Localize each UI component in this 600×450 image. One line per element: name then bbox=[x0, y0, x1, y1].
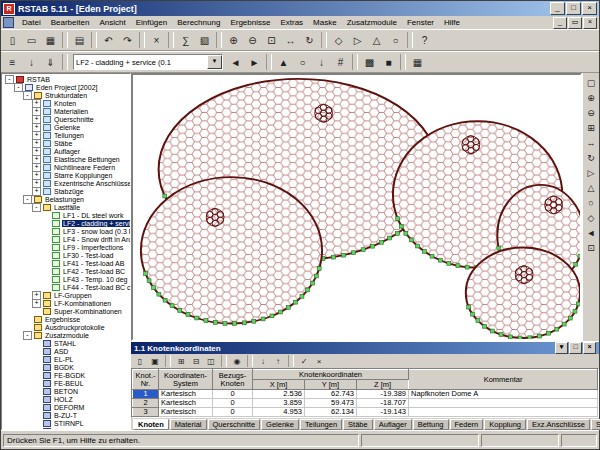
tree-expander-icon[interactable]: - bbox=[5, 75, 14, 84]
save-icon[interactable]: ▦ bbox=[41, 31, 60, 49]
navigator-item[interactable]: LF30 - Test-load bbox=[2, 251, 130, 259]
graphics-canvas[interactable] bbox=[131, 73, 582, 341]
y-coordinate-cell[interactable]: 62.743 bbox=[305, 390, 357, 399]
tree-expander-icon[interactable]: - bbox=[14, 83, 23, 92]
navigator-item[interactable]: + Auflager bbox=[2, 147, 130, 155]
navigator-item[interactable]: ASD bbox=[2, 347, 130, 355]
reference-node-cell[interactable]: 0 bbox=[213, 390, 253, 399]
navigator-item[interactable]: + Gelenke bbox=[2, 123, 130, 131]
x-coordinate-cell[interactable]: 2.536 bbox=[253, 390, 305, 399]
reference-node-cell[interactable]: 0 bbox=[213, 408, 253, 417]
rotate-icon[interactable]: ↻ bbox=[300, 31, 319, 49]
z-coordinate-cell[interactable]: -19.389 bbox=[357, 390, 409, 399]
view-x-icon[interactable]: ▷ bbox=[348, 31, 367, 49]
navigator-item[interactable]: + LF-Gruppen bbox=[2, 291, 130, 299]
table-tab[interactable]: Teilungen bbox=[300, 419, 342, 430]
navigator-item[interactable]: LF43 - Temp. 10 deg bbox=[2, 275, 130, 283]
tree-expander-icon[interactable]: - bbox=[23, 331, 32, 340]
load-display-icon[interactable]: ↓ bbox=[22, 53, 41, 71]
z-coordinate-cell[interactable]: -18.707 bbox=[357, 399, 409, 408]
table-panel-dropdown-button[interactable]: ▾ bbox=[555, 342, 568, 354]
table-tab[interactable]: Stabzüge bbox=[591, 419, 600, 430]
navigator-item[interactable]: LF1 - DL steel work bbox=[2, 211, 130, 219]
table-tab[interactable]: Gelenke bbox=[261, 419, 299, 430]
table-new-icon[interactable]: ▯ bbox=[133, 355, 147, 367]
navigator-item[interactable]: LF41 - Test-load AB bbox=[2, 259, 130, 267]
menu-item[interactable]: Ergebnisse bbox=[225, 17, 275, 28]
column-header-node-nr[interactable]: Knot.- Nr. bbox=[133, 370, 159, 390]
table-tab[interactable]: Exz.Anschlüsse bbox=[527, 419, 590, 430]
grid-icon[interactable]: ▦ bbox=[408, 53, 427, 71]
open-icon[interactable]: ▭ bbox=[22, 31, 41, 49]
navigator-item[interactable]: + Teilungen bbox=[2, 131, 130, 139]
mdi-close-button[interactable]: × bbox=[583, 17, 597, 29]
navigator-item[interactable]: + Materialien bbox=[2, 107, 130, 115]
z-coordinate-cell[interactable]: -19.143 bbox=[357, 408, 409, 417]
navigator-item[interactable]: - Zusatzmodule bbox=[2, 331, 130, 339]
wireframe-icon[interactable]: ▩ bbox=[360, 53, 379, 71]
table-tab[interactable]: Kopplung bbox=[484, 419, 526, 430]
zoom-out-icon[interactable]: ⊖ bbox=[243, 31, 262, 49]
navigator-item[interactable]: - Strukturdaten bbox=[2, 91, 130, 99]
print-icon[interactable]: ▤ bbox=[70, 31, 89, 49]
tree-expander-icon[interactable]: + bbox=[32, 187, 41, 196]
mdi-child-icon[interactable] bbox=[3, 17, 14, 28]
navigator-item[interactable]: + Knoten bbox=[2, 99, 130, 107]
view-top-icon[interactable]: ○ bbox=[584, 195, 599, 210]
navigator-item[interactable]: LF4 - Snow drift in Arches bbox=[2, 235, 130, 243]
hinges-icon[interactable]: ○ bbox=[293, 53, 312, 71]
table-row[interactable]: 3 Kartesisch 0 4.953 62.134 -19.143 bbox=[133, 408, 598, 417]
fullscreen-icon[interactable]: ⊡ bbox=[584, 240, 599, 255]
navigator-item[interactable]: LF2 - cladding + service (0.1 bbox=[2, 219, 130, 227]
rotate-view-icon[interactable]: ↻ bbox=[584, 150, 599, 165]
navigator-item[interactable]: LF44 - Test-load BC corre... bbox=[2, 283, 130, 291]
row-number-cell[interactable]: 1 bbox=[133, 390, 159, 399]
table-export-icon[interactable]: ↑ bbox=[271, 355, 285, 367]
zoom-window-icon[interactable]: ⊡ bbox=[262, 31, 281, 49]
view-y-icon[interactable]: △ bbox=[367, 31, 386, 49]
numbering-icon[interactable]: # bbox=[331, 53, 350, 71]
column-header-y[interactable]: Y [m] bbox=[305, 380, 357, 390]
menu-item[interactable]: Einfügen bbox=[131, 17, 173, 28]
results-icon[interactable]: ▧ bbox=[195, 31, 214, 49]
row-number-cell[interactable]: 3 bbox=[133, 408, 159, 417]
column-header-reference-node[interactable]: Bezugs- Knoten bbox=[213, 370, 253, 390]
navigator-item[interactable]: + Nichtlineare Federn bbox=[2, 163, 130, 171]
next-loadcase-icon[interactable]: ► bbox=[245, 53, 264, 71]
navigator-item[interactable]: - Belastungen bbox=[2, 195, 130, 203]
navigator-item[interactable]: LF3 - snow load (0.3 kPa) bbox=[2, 227, 130, 235]
navigator-item[interactable]: STAHL bbox=[2, 339, 130, 347]
navigator-item[interactable]: HOLZ bbox=[2, 395, 130, 403]
menu-item[interactable]: Zusatzmodule bbox=[342, 17, 402, 28]
solid-icon[interactable]: ■ bbox=[379, 53, 398, 71]
mdi-minimize-button[interactable]: _ bbox=[553, 17, 567, 29]
delete-icon[interactable]: × bbox=[147, 31, 166, 49]
menu-item[interactable]: Bearbeiten bbox=[46, 17, 95, 28]
zoom-out-icon[interactable]: ⊖ bbox=[584, 105, 599, 120]
navigator-item[interactable]: FE-BGDK bbox=[2, 371, 130, 379]
table-tab[interactable]: Stäbe bbox=[343, 419, 373, 430]
navigator-item[interactable]: + LF-Kombinationen bbox=[2, 299, 130, 307]
column-header-x[interactable]: X [m] bbox=[253, 380, 305, 390]
coordinate-system-cell[interactable]: Kartesisch bbox=[159, 408, 213, 417]
help-icon[interactable]: ? bbox=[415, 31, 434, 49]
menu-item[interactable]: Maske bbox=[308, 17, 342, 28]
zoom-in-icon[interactable]: ⊕ bbox=[584, 90, 599, 105]
menu-item[interactable]: Hilfe bbox=[439, 17, 465, 28]
loads-icon[interactable]: ↓ bbox=[312, 53, 331, 71]
undo-icon[interactable]: ↶ bbox=[99, 31, 118, 49]
navigator-item[interactable]: + Querschnitte bbox=[2, 115, 130, 123]
navigator-item[interactable]: + Stabzüge bbox=[2, 187, 130, 195]
delete-row-icon[interactable]: ⊟ bbox=[189, 355, 203, 367]
navigator-item[interactable]: + Stäbe bbox=[2, 139, 130, 147]
menu-item[interactable]: Extras bbox=[275, 17, 308, 28]
navigator-item[interactable]: B-ZU-T bbox=[2, 411, 130, 419]
x-coordinate-cell[interactable]: 4.953 bbox=[253, 408, 305, 417]
load-values-icon[interactable]: ⇓ bbox=[41, 53, 60, 71]
table-tab[interactable]: Material bbox=[170, 419, 207, 430]
navigator-item[interactable]: - Eden Project [2002] bbox=[2, 83, 130, 91]
loadcase-list-icon[interactable]: ≡ bbox=[3, 53, 22, 71]
navigator-item[interactable]: + Starre Kopplungen bbox=[2, 171, 130, 179]
view-side-icon[interactable]: △ bbox=[584, 180, 599, 195]
table-tab[interactable]: Querschnitte bbox=[208, 419, 261, 430]
